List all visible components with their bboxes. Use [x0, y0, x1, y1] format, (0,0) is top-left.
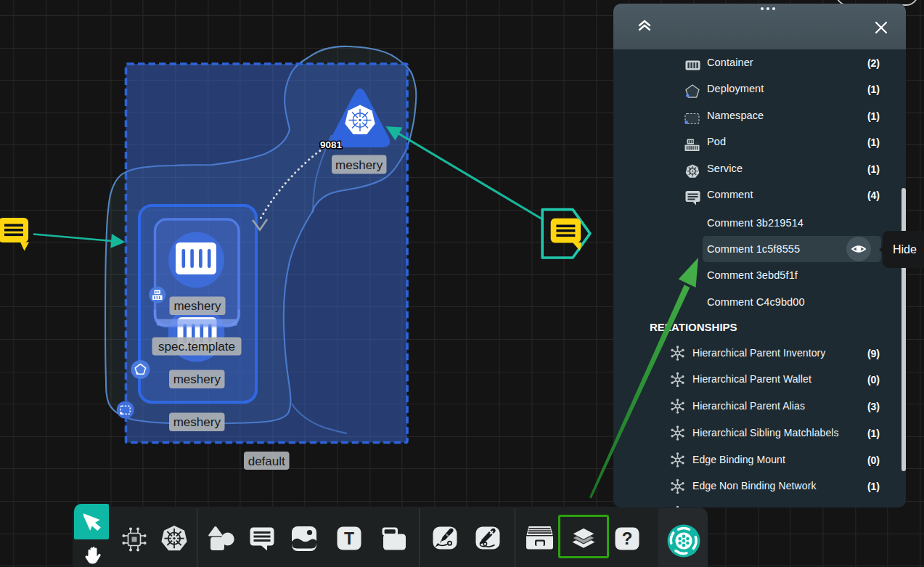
svg-text:meshery: meshery	[173, 299, 221, 313]
svg-text:meshery: meshery	[335, 158, 383, 172]
svg-text:meshery: meshery	[173, 415, 221, 429]
svg-text:meshery: meshery	[173, 372, 221, 386]
svg-text:default: default	[248, 454, 285, 468]
svg-text:?: ?	[622, 529, 633, 548]
svg-text:9081: 9081	[320, 139, 343, 150]
svg-text:T: T	[344, 529, 354, 548]
svg-text:spec.template: spec.template	[158, 340, 235, 354]
